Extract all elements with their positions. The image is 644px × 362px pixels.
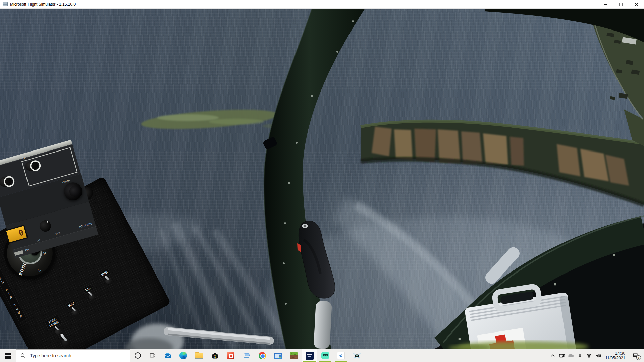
speaker-icon [595,353,601,359]
office-icon [227,352,234,359]
test-label: TEST [55,232,61,235]
taskbar-app-file-explorer[interactable] [191,349,207,362]
window-controls [598,0,644,9]
taskbar-app-minecraft[interactable] [286,349,302,362]
microsoft-store-icon [211,352,219,360]
sim-companion-icon [321,352,329,359]
action-center-button[interactable]: 3 [629,349,642,362]
off-label: OFF [36,239,41,242]
chrome-icon [259,352,266,359]
notification-badge: 3 [636,355,641,360]
taskbar-app-flight-simulator[interactable] [302,349,317,362]
taskbar-app-flight-tracker[interactable] [333,349,349,362]
battery-switch[interactable]: BAT [65,299,82,317]
taskbar-app-remote-desktop[interactable] [238,349,254,362]
taskbar-app-sim-companion[interactable] [317,349,333,362]
tail-rotor-switch[interactable]: T.R. [82,284,97,301]
flight-simulator-icon [306,352,314,360]
search-input[interactable] [29,353,130,359]
channel-label: CH [25,248,30,252]
flight-simulator-app-icon [3,2,8,6]
clock-time: 14:30 [605,351,625,356]
taskbar-search[interactable] [16,349,130,362]
window-titlebar: Microsoft Flight Simulator - 1.15.10.0 [0,0,644,9]
network-button[interactable] [585,349,594,362]
volume-button[interactable] [594,349,603,362]
clock-date: 11/05/2021 [605,356,625,360]
window-title: Microsoft Flight Simulator - 1.15.10.0 [10,2,76,7]
toggle-switch[interactable] [71,308,79,316]
left-tank-label: L [37,268,41,273]
maximize-button[interactable] [613,0,629,9]
toggle-switch[interactable] [104,277,112,285]
taskbar-app-chrome[interactable] [254,349,270,362]
meet-now-icon [559,353,565,359]
mail-icon [164,352,172,360]
game-viewport[interactable]: 0 0 COMM 0 OFF TEST IC-A200 CH FILTER AI… [0,9,644,349]
comm-knob[interactable] [62,180,84,203]
flight-tracker-icon [337,352,345,359]
radio-volume-knob[interactable] [38,219,52,233]
file-explorer-icon [195,353,203,359]
cloud-icon [568,353,574,359]
taskbar-app-display[interactable] [270,349,286,362]
radio-left-knob[interactable] [0,175,13,188]
cortana-icon [135,352,141,359]
both-label: BOTH [18,263,28,276]
remote-desktop-icon [243,352,251,360]
taskbar-app-edge[interactable] [175,349,191,362]
channel-window [14,250,23,256]
task-view-icon [149,352,156,359]
radio-frequency-display: 0 [5,225,28,244]
right-tank-label: R [43,251,47,256]
wifi-icon [586,353,592,359]
chevron-up-icon [550,353,556,359]
taskbar-app-office[interactable] [223,349,238,362]
task-view-button[interactable] [145,349,160,362]
display-app-icon [274,353,282,359]
cortana-button[interactable] [130,349,145,362]
prime-toggle[interactable] [60,336,72,348]
taskbar-app-drone-tool[interactable] [349,349,365,362]
windows-taskbar: 14:30 11/05/2021 3 [0,349,644,362]
drone-tool-icon [353,352,361,360]
onedrive-button[interactable] [567,349,576,362]
windows-logo-icon [5,353,11,358]
minecraft-icon [290,352,298,359]
taskbar-app-mail[interactable] [160,349,175,362]
coastal-cliffs [361,121,644,205]
minimize-button[interactable] [598,0,613,9]
microphone-icon [577,353,583,359]
search-icon [20,353,26,358]
hidden-icons-button[interactable] [548,349,557,362]
meet-now-button[interactable] [557,349,567,362]
close-button[interactable] [629,0,644,9]
start-button[interactable] [0,349,16,362]
taskbar-clock[interactable]: 14:30 11/05/2021 [605,351,625,360]
edge-icon [179,352,187,359]
engine-switch[interactable]: ENG [98,268,114,286]
taskbar-app-store[interactable] [207,349,223,362]
toggle-switch[interactable] [88,293,96,301]
microphone-button[interactable] [576,349,585,362]
system-tray: 14:30 11/05/2021 3 [548,349,642,362]
